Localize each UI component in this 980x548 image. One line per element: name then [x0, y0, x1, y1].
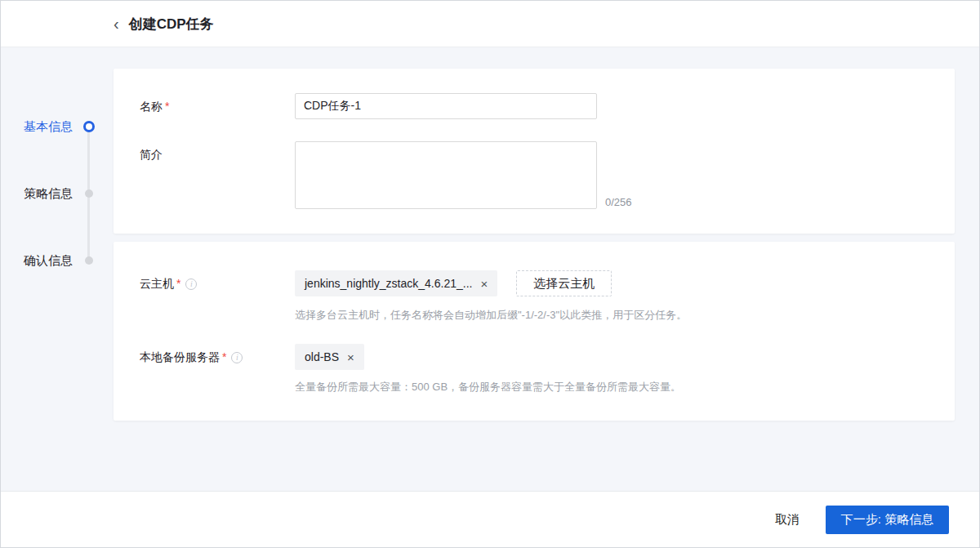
- vm-tag-row: jenkins_nightly_zstack_4.6.21_... × 选择云主…: [295, 270, 687, 296]
- vm-hint-text: 选择多台云主机时，任务名称将会自动增加后缀"-1/-2/-3"以此类推，用于区分…: [295, 308, 687, 323]
- form-content: 名称* 简介 0/256 云主机: [114, 69, 955, 421]
- description-label-text: 简介: [140, 148, 163, 161]
- backup-server-field-content: old-BS × 全量备份所需最大容量：500 GB，备份服务器容量需大于全量备…: [295, 344, 681, 394]
- vm-label: 云主机*i: [140, 270, 295, 323]
- stepper-step-confirm-info[interactable]: 确认信息: [24, 252, 96, 269]
- description-textarea-wrap: 0/256: [295, 141, 632, 209]
- backup-server-field-row: 本地备份服务器*i old-BS × 全量备份所需最大容量：500 GB，备份服…: [140, 344, 930, 394]
- resource-card: 云主机*i jenkins_nightly_zstack_4.6.21_... …: [114, 242, 955, 421]
- required-asterisk: *: [176, 277, 180, 290]
- stepper-pending-dot: [82, 254, 96, 267]
- cancel-button[interactable]: 取消: [775, 512, 800, 528]
- backup-server-label-text: 本地备份服务器: [140, 350, 220, 363]
- required-asterisk: *: [165, 100, 169, 113]
- backup-server-hint-text: 全量备份所需最大容量：500 GB，备份服务器容量需大于全量备份所需最大容量。: [295, 380, 681, 394]
- backup-server-tag-text: old-BS: [305, 350, 339, 363]
- page-header: ‹ 创建CDP任务: [1, 1, 979, 47]
- backup-server-selected-tag: old-BS ×: [295, 344, 364, 370]
- info-icon[interactable]: i: [231, 352, 243, 363]
- backup-server-tag-row: old-BS ×: [295, 344, 681, 370]
- page-body: 基本信息 策略信息 确认信息 名称*: [1, 47, 979, 491]
- back-icon[interactable]: ‹: [114, 16, 119, 32]
- description-field-row: 简介 0/256: [140, 141, 930, 209]
- backup-server-tag-close-icon[interactable]: ×: [347, 351, 354, 363]
- name-label-text: 名称: [140, 100, 163, 113]
- vm-field-content: jenkins_nightly_zstack_4.6.21_... × 选择云主…: [295, 270, 687, 323]
- wizard-stepper: 基本信息 策略信息 确认信息: [1, 47, 114, 491]
- stepper-step-policy-info[interactable]: 策略信息: [24, 185, 96, 202]
- name-field-row: 名称*: [140, 93, 930, 119]
- backup-server-label: 本地备份服务器*i: [140, 344, 295, 394]
- next-step-button[interactable]: 下一步: 策略信息: [826, 506, 949, 534]
- description-label: 简介: [140, 141, 295, 209]
- stepper-active-dot: [82, 120, 96, 133]
- vm-tag-text: jenkins_nightly_zstack_4.6.21_...: [305, 277, 472, 290]
- info-icon[interactable]: i: [185, 278, 197, 290]
- stepper-pending-dot: [82, 187, 96, 200]
- vm-selected-tag: jenkins_nightly_zstack_4.6.21_... ×: [295, 270, 497, 296]
- stepper-step-label: 策略信息: [24, 186, 73, 202]
- name-label: 名称*: [140, 93, 295, 119]
- stepper-step-label: 基本信息: [24, 119, 73, 135]
- vm-tag-close-icon[interactable]: ×: [480, 278, 488, 290]
- select-vm-button[interactable]: 选择云主机: [516, 270, 612, 296]
- vm-label-text: 云主机: [140, 277, 174, 290]
- name-input[interactable]: [295, 93, 597, 119]
- page-title: 创建CDP任务: [129, 15, 214, 33]
- required-asterisk: *: [222, 350, 226, 363]
- stepper-step-basic-info[interactable]: 基本信息: [24, 118, 96, 135]
- create-cdp-task-window: ‹ 创建CDP任务 基本信息 策略信息 确认信息: [0, 0, 980, 548]
- char-counter: 0/256: [605, 196, 632, 209]
- stepper-step-label: 确认信息: [24, 253, 73, 269]
- basic-info-card: 名称* 简介 0/256: [114, 69, 955, 234]
- description-textarea[interactable]: [295, 141, 597, 209]
- vm-field-row: 云主机*i jenkins_nightly_zstack_4.6.21_... …: [140, 270, 930, 323]
- wizard-footer: 取消 下一步: 策略信息: [1, 491, 979, 547]
